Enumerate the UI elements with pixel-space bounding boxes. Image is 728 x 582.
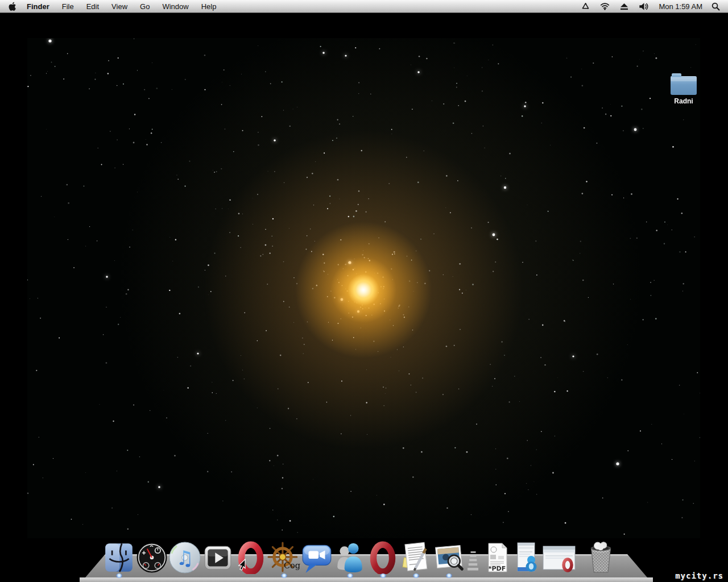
- menu-go[interactable]: Go: [140, 2, 150, 11]
- finder-dock-icon[interactable]: [102, 540, 135, 574]
- desktop-folder-radni[interactable]: Radni: [669, 70, 698, 105]
- menu-bar-clock[interactable]: Mon 1:59 AM: [659, 2, 702, 11]
- svg-text:*PDF: *PDF: [489, 565, 506, 572]
- cog-dock-icon[interactable]: Cog: [267, 540, 300, 574]
- menu-window[interactable]: Window: [162, 2, 188, 11]
- apple-menu-icon[interactable]: [8, 2, 16, 11]
- quicktime-player-dock-icon[interactable]: [201, 540, 234, 574]
- itunes-dock-icon[interactable]: ♫: [168, 540, 201, 574]
- menu-bar: Finder FileEditViewGoWindowHelp Mon 1:59…: [0, 0, 728, 13]
- opera-alt-dock-icon[interactable]: [366, 540, 399, 574]
- running-indicator: [347, 573, 353, 578]
- volume-icon[interactable]: [639, 2, 649, 11]
- running-indicator: [116, 573, 122, 578]
- minimized-window-opera-dock-icon[interactable]: [541, 540, 577, 574]
- running-indicator: [446, 573, 452, 578]
- amsn-messenger-dock-icon[interactable]: [333, 540, 366, 574]
- pdf-document-dock-icon[interactable]: *PDF: [481, 540, 513, 574]
- svg-text:♫: ♫: [176, 546, 194, 569]
- mouse-cursor: [237, 559, 246, 573]
- menu-help[interactable]: Help: [201, 2, 217, 11]
- menu-view[interactable]: View: [111, 2, 127, 11]
- ichat-dock-icon[interactable]: [300, 540, 333, 574]
- folder-label: Radni: [669, 97, 698, 105]
- dock-separator[interactable]: [465, 540, 481, 574]
- wifi-icon[interactable]: [600, 2, 610, 10]
- spotlight-icon[interactable]: [712, 2, 720, 11]
- eject-icon[interactable]: [620, 3, 628, 10]
- menu-edit[interactable]: Edit: [86, 2, 99, 11]
- watermark: mycity.rs: [675, 571, 723, 580]
- dock-front-edge: [80, 577, 653, 582]
- wallpaper-starfield: [27, 38, 700, 538]
- trash-full-dock-icon[interactable]: [582, 540, 619, 574]
- dashboard-dock-icon[interactable]: [135, 540, 168, 574]
- minimized-window-amsn-dock-icon[interactable]: [513, 540, 541, 574]
- folder-icon[interactable]: [671, 76, 697, 95]
- svg-text:Cog: Cog: [284, 561, 300, 570]
- running-indicator: [281, 573, 287, 578]
- recycle-icon[interactable]: [581, 2, 590, 10]
- active-app-name[interactable]: Finder: [27, 2, 49, 11]
- menu-file[interactable]: File: [62, 2, 74, 11]
- textedit-dock-icon[interactable]: [399, 540, 432, 574]
- dock: ♫Cog*PDF: [86, 537, 655, 574]
- running-indicator: [380, 573, 386, 578]
- desktop: { "menu_bar": { "app_name": "Finder", "m…: [0, 0, 728, 582]
- preview-dock-icon[interactable]: [432, 540, 465, 574]
- running-indicator: [413, 573, 419, 578]
